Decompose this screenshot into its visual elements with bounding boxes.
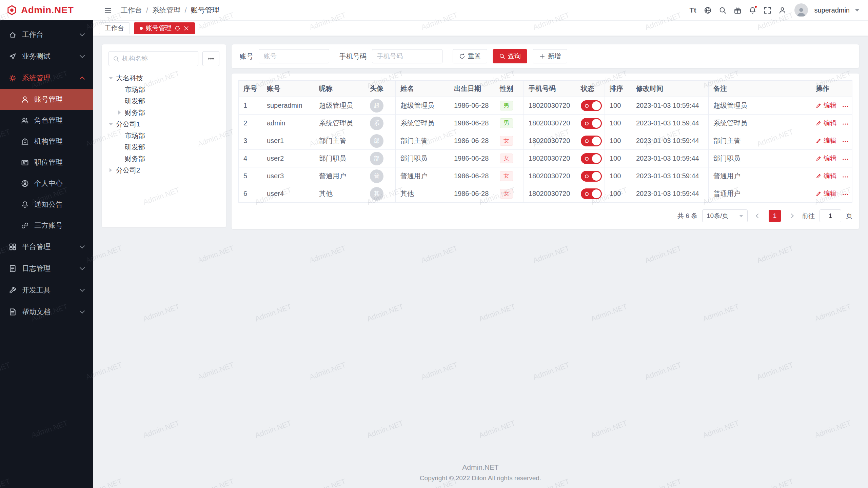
tab-refresh-icon[interactable] <box>175 25 180 31</box>
caret-right-icon[interactable] <box>108 168 113 172</box>
status-toggle[interactable] <box>581 136 602 146</box>
table-row: 5 user3 普通用户 普 普通用户 1986-06-28 女 1802003… <box>239 167 852 185</box>
edit-button[interactable]: 编辑 <box>816 136 836 145</box>
more-actions-button[interactable] <box>842 174 849 180</box>
next-page-button[interactable] <box>786 210 797 222</box>
sidebar-item-label: 业务测试 <box>22 52 51 61</box>
caret-down-icon[interactable] <box>108 77 113 79</box>
sidebar-item-dev-tools[interactable]: 开发工具 <box>0 279 93 301</box>
collapse-menu-button[interactable] <box>102 4 114 16</box>
edit-button[interactable]: 编辑 <box>816 189 836 198</box>
phone-input[interactable] <box>372 49 442 63</box>
more-actions-button[interactable] <box>842 138 849 145</box>
edit-button[interactable]: 编辑 <box>816 171 836 180</box>
tab-account-management[interactable]: 账号管理 <box>134 22 195 34</box>
tab-close-icon[interactable] <box>183 25 189 31</box>
sidebar-item-log-management[interactable]: 日志管理 <box>0 258 93 279</box>
status-toggle[interactable] <box>581 118 602 129</box>
footer-title: Admin.NET <box>93 463 868 471</box>
tree-node[interactable]: 分公司2 <box>108 164 219 176</box>
table-row: 3 user1 部门主管 部 部门主管 1986-06-28 女 1802003… <box>239 132 852 150</box>
user-center-icon[interactable] <box>776 4 788 16</box>
sidebar-item-position-management[interactable]: 职位管理 <box>0 152 93 173</box>
current-page-button[interactable]: 1 <box>769 210 781 222</box>
sidebar-item-business-test[interactable]: 业务测试 <box>0 45 93 67</box>
caret-down-icon[interactable] <box>108 123 113 125</box>
query-label: 查询 <box>508 52 521 61</box>
sidebar-item-platform-management[interactable]: 平台管理 <box>0 236 93 258</box>
cell-remark: 系统管理员 <box>709 115 811 132</box>
sidebar-item-help-docs[interactable]: 帮助文档 <box>0 301 93 323</box>
cell-nickname: 普通用户 <box>314 167 365 185</box>
font-size-icon[interactable] <box>687 4 699 16</box>
status-toggle[interactable] <box>581 100 602 111</box>
search-icon[interactable] <box>716 4 729 16</box>
sidebar-item-workbench[interactable]: 工作台 <box>0 24 93 45</box>
sidebar-item-label: 角色管理 <box>34 116 63 125</box>
prev-page-button[interactable] <box>752 210 764 222</box>
status-toggle[interactable] <box>581 188 602 199</box>
app-logo[interactable]: Admin.NET <box>0 0 93 20</box>
sidebar-item-personal-center[interactable]: 个人中心 <box>0 173 93 194</box>
fullscreen-icon[interactable] <box>761 4 773 16</box>
pagination-total: 共 6 条 <box>677 211 697 220</box>
row-avatar: 部 <box>370 134 383 148</box>
avatar[interactable] <box>794 3 808 17</box>
sidebar-item-system-management[interactable]: 系统管理 <box>0 67 93 89</box>
tree-node[interactable]: 财务部 <box>108 107 219 118</box>
column-header: 排序 <box>605 81 631 97</box>
cell-sex: 女 <box>495 132 524 150</box>
sidebar-item-notice[interactable]: 通知公告 <box>0 194 93 215</box>
goto-page-input[interactable] <box>820 209 841 222</box>
cell-name: 部门主管 <box>396 132 449 150</box>
tree-node[interactable]: 大名科技 <box>108 72 219 84</box>
language-icon[interactable] <box>702 4 714 16</box>
org-search-input[interactable] <box>122 55 194 62</box>
org-more-button[interactable] <box>202 51 219 66</box>
status-toggle[interactable] <box>581 171 602 182</box>
breadcrumb-current: 账号管理 <box>191 5 219 15</box>
breadcrumb-item[interactable]: 系统管理 <box>152 5 181 15</box>
chevron-down-icon[interactable] <box>855 9 859 12</box>
edit-button[interactable]: 编辑 <box>816 154 836 163</box>
sidebar-item-role-management[interactable]: 角色管理 <box>0 110 93 131</box>
tree-node[interactable]: 市场部 <box>108 84 219 95</box>
pencil-icon <box>816 120 822 126</box>
sex-tag: 男 <box>500 118 513 128</box>
edit-button[interactable]: 编辑 <box>816 101 836 110</box>
query-button[interactable]: 查询 <box>493 49 527 63</box>
tree-node[interactable]: 分公司1 <box>108 118 219 130</box>
chevron-down-icon <box>80 308 85 314</box>
more-actions-button[interactable] <box>842 121 849 127</box>
breadcrumb-item[interactable]: 工作台 <box>121 5 142 15</box>
tree-node[interactable]: 研发部 <box>108 95 219 107</box>
sidebar-item-account-management[interactable]: 账号管理 <box>0 89 93 110</box>
tab-workbench[interactable]: 工作台 <box>99 22 130 34</box>
sidebar-item-label: 通知公告 <box>34 200 63 209</box>
status-toggle[interactable] <box>581 153 602 164</box>
username[interactable]: superadmin <box>814 6 850 14</box>
more-actions-button[interactable] <box>842 191 849 198</box>
add-button[interactable]: 新增 <box>533 49 567 63</box>
notification-icon[interactable] <box>746 4 758 16</box>
sidebar-item-third-party-account[interactable]: 三方账号 <box>0 215 93 236</box>
sidebar-menu: 工作台 业务测试 系统管理 账号管理 角色管理 <box>0 20 93 488</box>
reset-button[interactable]: 重置 <box>453 49 487 63</box>
more-actions-button[interactable] <box>842 156 849 163</box>
tree-node[interactable]: 研发部 <box>108 141 219 153</box>
caret-right-icon[interactable] <box>117 110 122 115</box>
sidebar-item-label: 账号管理 <box>34 95 63 104</box>
sidebar-item-org-management[interactable]: 机构管理 <box>0 131 93 152</box>
theme-icon[interactable] <box>731 4 744 16</box>
cell-account: user4 <box>262 185 314 203</box>
chevron-down-icon <box>739 215 743 217</box>
org-tree: 大名科技 市场部 研发部 财务部 分公司1 市场部 研发部 财务部 分公司2 <box>108 72 219 176</box>
tree-node[interactable]: 财务部 <box>108 153 219 164</box>
tree-node[interactable]: 市场部 <box>108 130 219 141</box>
docs-icon <box>9 308 17 316</box>
account-input[interactable] <box>259 49 329 63</box>
edit-button[interactable]: 编辑 <box>816 119 836 127</box>
page-size-select[interactable]: 10条/页 <box>702 209 748 222</box>
more-actions-button[interactable] <box>842 103 849 110</box>
tree-node-label: 财务部 <box>125 108 145 117</box>
